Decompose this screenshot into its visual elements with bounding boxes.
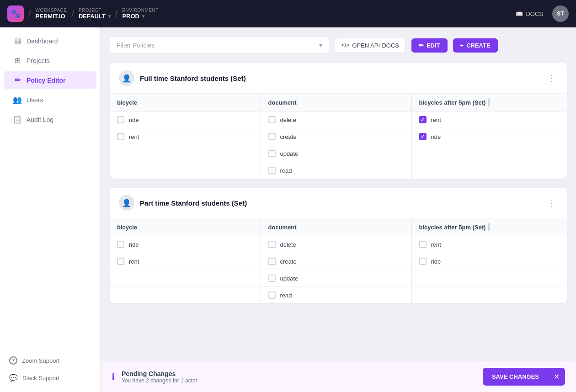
bikes5pm-rent-checkbox[interactable] (419, 116, 427, 123)
logo: 🐾 (7, 5, 24, 22)
close-pending-button[interactable]: ✕ (548, 368, 565, 386)
environment-item[interactable]: ENVIRONMENT PROD ▾ (122, 8, 158, 20)
col-sep-icon (488, 98, 490, 106)
avatar-icon: 👤 (122, 74, 131, 83)
create-label: CREATE (466, 42, 490, 49)
topnav-right: 📖 DOCS ST (516, 5, 569, 22)
bicycle-rent-checkbox[interactable] (117, 133, 124, 140)
project-label: PROJECT (79, 8, 111, 13)
plus-icon: + (460, 42, 464, 49)
slack-support-item[interactable]: 💬 Slack Support (4, 369, 96, 387)
edit-icon: ✏ (419, 42, 424, 49)
col-sep-icon-2 (488, 223, 490, 231)
pt-bicycle-empty-cell2 (110, 287, 261, 304)
bikes5pm-ride-checkbox[interactable] (419, 133, 427, 140)
bicycle-ride-checkbox[interactable] (117, 116, 124, 123)
pt-bicycle-rent-cell: rent (110, 253, 261, 270)
pt-bicycle-ride-checkbox[interactable] (117, 241, 124, 248)
create-button[interactable]: + CREATE (453, 38, 498, 53)
sidebar-item-dashboard[interactable]: ▦ Dashboard (4, 32, 96, 50)
project-item[interactable]: PROJECT DEFAULT ▾ (79, 8, 111, 20)
zoom-support-icon: ? (9, 356, 17, 365)
pt-document-read-checkbox[interactable] (268, 291, 276, 299)
document-delete-cell: delete (261, 111, 411, 128)
sidebar-bottom: ? Zoom Support 💬 Slack Support (0, 346, 100, 392)
pt-document-read-label: read (280, 292, 292, 299)
pt-bicycle-empty-cell (110, 270, 261, 287)
avatar[interactable]: ST (552, 5, 569, 22)
pending-info-icon: ℹ (112, 371, 115, 382)
document-read-label: read (280, 167, 292, 174)
document-update-checkbox[interactable] (268, 150, 276, 157)
projects-icon: ⊞ (13, 56, 22, 65)
sidebar-item-users[interactable]: 👥 Users (4, 91, 96, 109)
policy-title-full-time: Full time Stanford students (Set) (140, 74, 540, 82)
policy-header-full-time: 👤 Full time Stanford students (Set) ⋮ (110, 63, 567, 94)
sidebar-item-projects[interactable]: ⊞ Projects (4, 52, 96, 69)
slack-support-label: Slack Support (22, 375, 59, 381)
edit-button[interactable]: ✏ EDIT (411, 38, 448, 53)
policy-menu-button-full-time[interactable]: ⋮ (546, 71, 558, 85)
open-api-docs-button[interactable]: </> OPEN API-DOCS (335, 38, 406, 53)
main-layout: ▦ Dashboard ⊞ Projects ✏ Policy Editor 👥… (0, 27, 576, 392)
bicycle-rent-label: rent (129, 133, 139, 140)
policy-avatar-part-time: 👤 (119, 195, 134, 211)
pt-bicycle-rent-label: rent (129, 258, 139, 265)
pt-document-create-label: create (280, 258, 297, 265)
docs-icon: 📖 (516, 11, 523, 17)
filter-policies-dropdown[interactable]: Filter Policies ▾ (110, 37, 329, 54)
pt-bikes5pm-rent-cell: rent (411, 236, 567, 253)
pt-document-delete-cell: delete (261, 236, 411, 253)
users-icon: 👥 (13, 95, 22, 104)
workspace-item: WORKSPACE PERMIT.IO (36, 8, 67, 20)
table-row: update (110, 145, 567, 162)
pt-bikes5pm-rent-checkbox[interactable] (419, 241, 427, 248)
filter-bar: Filter Policies ▾ </> OPEN API-DOCS ✏ ED… (110, 37, 567, 54)
pending-subtitle: You have 2 changes for 1 actor (122, 377, 476, 384)
edit-label: EDIT (427, 42, 440, 49)
table-row: ride delete rent (110, 111, 567, 128)
th-bicycle-1: bicycle (110, 94, 261, 111)
bikes5pm-ride-cell: ride (411, 128, 567, 145)
bicycle-empty-cell2 (110, 162, 261, 179)
pt-bikes5pm-rent-label: rent (431, 241, 441, 248)
pending-title: Pending Changes (122, 370, 476, 377)
pt-document-delete-label: delete (280, 241, 296, 248)
table-row: update (110, 270, 567, 287)
table-row: rent create ride (110, 128, 567, 145)
bicycle-ride-label: ride (129, 117, 139, 123)
content-area: Filter Policies ▾ </> OPEN API-DOCS ✏ ED… (101, 27, 576, 392)
docs-button[interactable]: 📖 DOCS (516, 11, 543, 17)
save-changes-button[interactable]: SAVE CHANGES (483, 368, 548, 386)
pt-bicycle-ride-label: ride (129, 241, 139, 248)
policy-editor-icon: ✏ (13, 76, 22, 85)
sidebar-item-audit-log[interactable]: 📋 Audit Log (4, 111, 96, 128)
sidebar-item-policy-editor[interactable]: ✏ Policy Editor (4, 71, 96, 89)
policy-header-part-time: 👤 Part time Stanford students (Set) ⋮ (110, 188, 567, 218)
policy-menu-button-part-time[interactable]: ⋮ (546, 196, 558, 210)
th-bicycle-2: bicycle (110, 218, 261, 236)
document-create-checkbox[interactable] (268, 133, 276, 140)
save-group: SAVE CHANGES ✕ (483, 368, 565, 386)
project-chevron-icon: ▾ (108, 14, 111, 19)
document-read-checkbox[interactable] (268, 167, 276, 174)
pt-document-update-checkbox[interactable] (268, 275, 276, 282)
filter-placeholder: Filter Policies (117, 42, 155, 49)
document-delete-checkbox[interactable] (268, 116, 276, 123)
th-document-2: document (261, 218, 411, 236)
pt-bicycle-rent-checkbox[interactable] (117, 258, 124, 265)
document-create-cell: create (261, 128, 411, 145)
pt-document-create-checkbox[interactable] (268, 258, 276, 265)
bikes5pm-rent-cell: rent (411, 111, 567, 128)
sidebar-item-label: Dashboard (27, 37, 58, 45)
sidebar-item-label: Projects (27, 57, 50, 64)
table-row: ride delete rent (110, 236, 567, 253)
zoom-support-item[interactable]: ? Zoom Support (4, 352, 96, 369)
avatar-icon-2: 👤 (122, 199, 131, 207)
pt-document-update-cell: update (261, 270, 411, 287)
nav-sep-2: / (71, 9, 74, 19)
pt-bikes5pm-ride-checkbox[interactable] (419, 258, 427, 265)
policy-card-full-time: 👤 Full time Stanford students (Set) ⋮ bi… (110, 63, 567, 179)
pt-document-delete-checkbox[interactable] (268, 241, 276, 248)
docs-label: DOCS (526, 11, 543, 17)
